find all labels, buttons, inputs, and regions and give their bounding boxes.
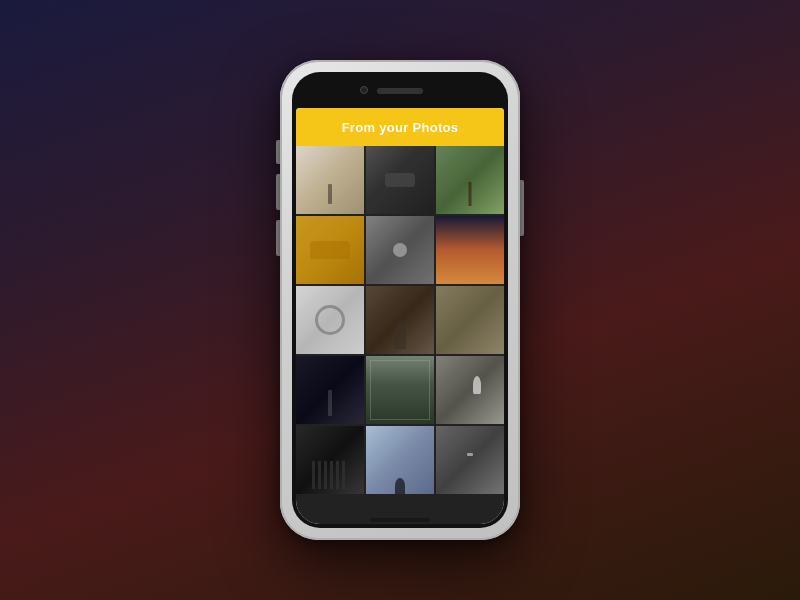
photo-item-1[interactable] bbox=[296, 146, 364, 214]
photo-grid bbox=[296, 146, 504, 524]
photo-item-10[interactable] bbox=[296, 356, 364, 424]
power-button[interactable] bbox=[520, 180, 524, 236]
phone-screen-area: From your Photos bbox=[292, 72, 508, 528]
photo-item-5[interactable] bbox=[366, 216, 434, 284]
speaker-grill bbox=[377, 88, 423, 94]
photo-item-13[interactable] bbox=[296, 426, 364, 494]
photo-item-14[interactable] bbox=[366, 426, 434, 494]
photo-item-12[interactable] bbox=[436, 356, 504, 424]
photo-item-2[interactable] bbox=[366, 146, 434, 214]
phone-frame: From your Photos bbox=[280, 60, 520, 540]
photo-item-15[interactable] bbox=[436, 426, 504, 494]
camera-dot bbox=[360, 86, 368, 94]
photo-item-6[interactable] bbox=[436, 216, 504, 284]
photo-item-11[interactable] bbox=[366, 356, 434, 424]
photo-item-4[interactable] bbox=[296, 216, 364, 284]
home-indicator[interactable] bbox=[370, 518, 430, 522]
photo-item-9[interactable] bbox=[436, 286, 504, 354]
phone-body: From your Photos bbox=[280, 60, 520, 540]
photo-item-8[interactable] bbox=[366, 286, 434, 354]
photo-item-7[interactable] bbox=[296, 286, 364, 354]
screen-title: From your Photos bbox=[342, 120, 459, 135]
app-header: From your Photos bbox=[296, 108, 504, 146]
photo-item-3[interactable] bbox=[436, 146, 504, 214]
app-screen: From your Photos bbox=[296, 108, 504, 524]
